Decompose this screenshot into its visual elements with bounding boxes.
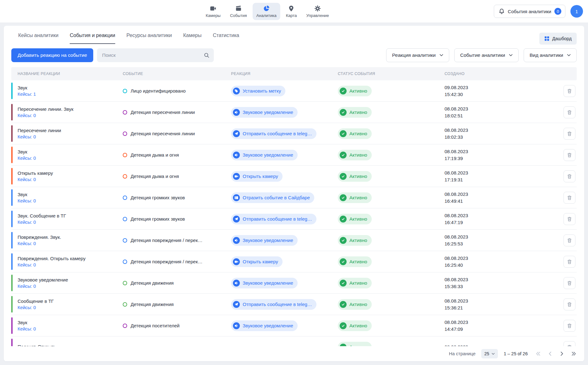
table-row[interactable]: Открыть камеру Кейсы: 0 Детекция дыма и … <box>11 166 577 187</box>
nav-item-map[interactable]: Карта <box>282 3 301 20</box>
open-camera-icon <box>233 258 240 265</box>
nav-item-management[interactable]: Управление <box>303 3 333 20</box>
reaction-pill[interactable]: Звуковое уведомление <box>231 320 298 331</box>
delete-button[interactable] <box>564 234 575 246</box>
delete-button[interactable] <box>564 85 575 97</box>
event-name: Детекция громких звуков <box>131 216 185 222</box>
delete-button[interactable] <box>564 106 575 118</box>
reaction-pill[interactable]: Звуковое уведомление <box>231 107 298 118</box>
delete-button[interactable] <box>564 149 575 161</box>
analytics-events-button[interactable]: События аналитики 0 <box>494 5 565 18</box>
cases-link[interactable]: Кейсы: 0 <box>18 262 36 267</box>
created-cell: 08.08.2023 17:19:39 <box>445 148 559 162</box>
reaction-pill[interactable]: Звуковое уведомление <box>231 150 298 160</box>
reaction-name-cell: Звук Кейсы: 0 <box>11 149 123 161</box>
delete-button[interactable] <box>564 277 575 289</box>
table-row[interactable]: Пересечение линии Кейсы: 0 Детекция пере… <box>11 123 577 144</box>
cases-link[interactable]: Кейсы: 0 <box>18 177 36 182</box>
delete-button[interactable] <box>564 170 575 182</box>
row-accent-bar <box>11 189 13 206</box>
check-icon <box>340 194 347 201</box>
reaction-pill[interactable]: Отправить сообщение в teleg… <box>231 299 316 310</box>
delete-button[interactable] <box>564 192 575 204</box>
cases-link[interactable]: Кейсы: 0 <box>18 326 36 331</box>
first-page-button[interactable] <box>536 352 541 356</box>
delete-button[interactable] <box>564 320 575 332</box>
reaction-pill[interactable]: Звуковое уведомление <box>231 278 298 288</box>
prev-page-button[interactable] <box>549 352 552 356</box>
status-cell: Активно <box>338 256 445 267</box>
row-accent-bar <box>11 275 13 291</box>
table-row[interactable]: Повреждения. Открыть камеру Кейсы: 0 Дет… <box>11 251 577 272</box>
per-page-select[interactable]: 25 <box>481 349 498 358</box>
nav-label: Карта <box>286 13 297 18</box>
reaction-pill[interactable]: Отправить сообщение в teleg… <box>231 214 316 224</box>
cases-link[interactable]: Кейсы: 0 <box>18 156 36 161</box>
status-label: Активно <box>349 131 367 136</box>
cases-link[interactable]: Кейсы: 0 <box>18 241 36 246</box>
delete-button[interactable] <box>564 298 575 310</box>
tab-statistics[interactable]: Статистика <box>213 33 239 44</box>
tab-analytics-cases[interactable]: Кейсы аналитики <box>18 33 58 44</box>
trash-icon <box>567 302 572 307</box>
event-name: Детекция дыма и огня <box>131 174 179 179</box>
status-label: Активно <box>349 216 367 222</box>
table-row[interactable]: Звук Кейсы: 0 Детекция посетителей Звуко… <box>11 315 577 336</box>
nav-label: События <box>230 13 247 18</box>
next-page-button[interactable] <box>560 352 563 356</box>
created-date: 08.08.2023 <box>445 276 559 283</box>
row-accent-bar <box>11 211 13 227</box>
table-row[interactable]: Звук Кейсы: 1 Лицо идентифицировано Уста… <box>11 80 577 102</box>
filter-analytics-reaction[interactable]: Реакция аналитики <box>386 48 449 62</box>
reaction-name-cell: Звук Кейсы: 1 <box>11 85 123 97</box>
actions-cell <box>559 256 577 268</box>
per-page-value: 25 <box>484 351 489 356</box>
nav-item-cameras[interactable]: Камеры <box>202 3 224 20</box>
cases-link[interactable]: Кейсы: 0 <box>18 220 36 225</box>
table-row[interactable]: Пересечение линии. Звук Кейсы: 0 Детекци… <box>11 102 577 123</box>
reaction-name: Повреждения. Звук. <box>18 234 123 240</box>
add-reaction-button[interactable]: Добавить реакцию на событие <box>11 48 93 62</box>
reaction-pill[interactable]: Открыть камеру <box>231 171 283 182</box>
reaction-pill[interactable]: Отразить событие в Сайдбаре <box>231 192 314 203</box>
cases-link[interactable]: Кейсы: 0 <box>18 305 36 310</box>
speaker-icon <box>233 109 240 116</box>
tab-cameras[interactable]: Камеры <box>183 33 202 44</box>
search-input[interactable] <box>97 48 214 62</box>
tab-events-and-reactions[interactable]: События и реакции <box>70 33 115 44</box>
delete-button[interactable] <box>564 213 575 225</box>
row-accent-bar <box>11 296 13 313</box>
table-row[interactable]: Звуковое уведомление Кейсы: 0 Детекция д… <box>11 272 577 294</box>
cases-link[interactable]: Кейсы: 0 <box>18 198 36 203</box>
cases-link[interactable]: Кейсы: 0 <box>18 113 36 118</box>
filter-analytics-type[interactable]: Вид аналитики <box>524 48 577 62</box>
reactions-table: НАЗВАНИЕ РЕАКЦИИ СОБЫТИЕ РЕАКЦИЯ СТАТУС … <box>11 67 577 346</box>
delete-button[interactable] <box>564 341 575 346</box>
nav-item-analytics[interactable]: Аналитика <box>252 3 280 20</box>
reaction-pill[interactable]: Отправить сообщение в teleg… <box>231 128 316 139</box>
table-row[interactable]: Звук Кейсы: 0 Детекция дыма и огня Звуко… <box>11 144 577 166</box>
cases-link[interactable]: Кейсы: 0 <box>18 284 36 289</box>
table-row[interactable]: Подсчет. Открыть Активно 08.08.2023 <box>11 336 577 346</box>
table-row[interactable]: Звук Кейсы: 0 Детекция громких звуков От… <box>11 187 577 208</box>
filter-analytics-event[interactable]: Событие аналитики <box>454 48 519 62</box>
reaction-pill[interactable]: Звуковое уведомление <box>231 235 298 246</box>
event-type-icon <box>123 89 127 93</box>
created-date: 08.08.2023 <box>445 319 559 326</box>
cases-link[interactable]: Кейсы: 0 <box>18 134 36 139</box>
created-cell: 08.08.2023 15:36:21 <box>445 298 559 311</box>
delete-button[interactable] <box>564 128 575 140</box>
nav-item-events[interactable]: События <box>226 3 251 20</box>
user-avatar[interactable]: 1 <box>570 5 583 18</box>
tab-analytics-resources[interactable]: Ресурсы аналитики <box>127 33 172 44</box>
table-row[interactable]: Звук. Сообщение в ТГ Кейсы: 0 Детекция г… <box>11 208 577 230</box>
reaction-pill[interactable]: Установить метку <box>231 86 285 96</box>
reaction-pill[interactable]: Открыть камеру <box>231 256 283 267</box>
delete-button[interactable] <box>564 256 575 268</box>
table-row[interactable]: Повреждения. Звук. Кейсы: 0 Детекция пов… <box>11 230 577 251</box>
cases-link[interactable]: Кейсы: 1 <box>18 92 36 97</box>
dashboard-button[interactable]: Дашборд <box>539 33 577 45</box>
table-row[interactable]: Сообщение в ТГ Кейсы: 0 Детекция движени… <box>11 294 577 315</box>
per-page-label: На странице <box>449 351 476 356</box>
last-page-button[interactable] <box>571 352 576 356</box>
